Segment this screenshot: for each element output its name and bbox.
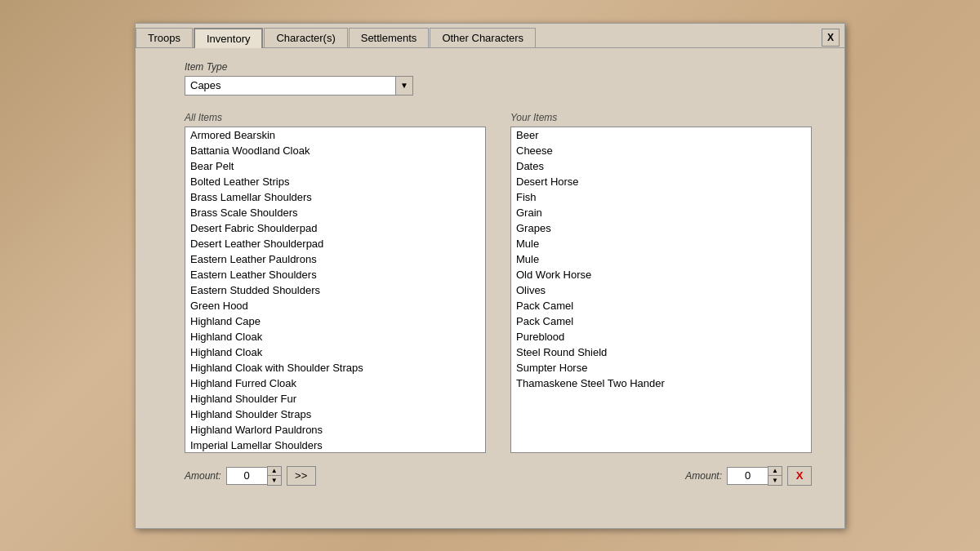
left-amount-down[interactable]: ▼ xyxy=(268,476,281,485)
tab-bar: Troops Inventory Character(s) Settlement… xyxy=(136,24,844,48)
list-item[interactable]: Eastern Leather Pauldrons xyxy=(185,251,485,267)
list-item[interactable]: Battania Woodland Cloak xyxy=(185,143,485,158)
remove-button[interactable]: X xyxy=(787,466,812,486)
list-item[interactable]: Grain xyxy=(511,205,811,220)
list-item[interactable]: Fish xyxy=(511,189,811,205)
item-type-dropdown-wrapper: Capes Armor Weapons Helmets Boots Gloves… xyxy=(185,76,413,96)
item-type-label: Item Type xyxy=(185,61,812,73)
tab-characters[interactable]: Character(s) xyxy=(264,28,347,47)
list-item[interactable]: Pureblood xyxy=(511,329,811,344)
tab-inventory[interactable]: Inventory xyxy=(194,28,263,48)
list-item[interactable]: Highland Cloak xyxy=(185,329,485,344)
list-item[interactable]: Sumpter Horse xyxy=(511,360,811,375)
list-item[interactable]: Highland Shoulder Straps xyxy=(185,407,485,422)
list-item[interactable]: Steel Round Shield xyxy=(511,344,811,360)
list-item[interactable]: Mule xyxy=(511,251,811,267)
lists-container: All Items Armored BearskinBattania Woodl… xyxy=(185,112,812,453)
item-type-row: Capes Armor Weapons Helmets Boots Gloves… xyxy=(185,76,812,96)
list-item[interactable]: Highland Shoulder Fur xyxy=(185,391,485,407)
close-button[interactable]: X xyxy=(822,29,840,47)
list-item[interactable]: Highland Warlord Pauldrons xyxy=(185,422,485,438)
list-item[interactable]: Dates xyxy=(511,158,811,174)
all-items-label: All Items xyxy=(185,112,486,123)
list-item[interactable]: Desert Fabric Shoulderpad xyxy=(185,220,485,236)
list-item[interactable]: Eastern Studded Shoulders xyxy=(185,282,485,298)
all-items-section: All Items Armored BearskinBattania Woodl… xyxy=(185,112,486,453)
left-amount-label: Amount: xyxy=(185,470,221,482)
list-item[interactable]: Highland Cloak xyxy=(185,344,485,360)
list-item[interactable]: Cheese xyxy=(511,143,811,158)
main-window: Troops Inventory Character(s) Settlement… xyxy=(135,23,845,529)
list-item[interactable]: Thamaskene Steel Two Hander xyxy=(511,375,811,391)
list-item[interactable]: Brass Lamellar Shoulders xyxy=(185,189,485,205)
left-amount-spinners: ▲ ▼ xyxy=(267,466,282,486)
list-item[interactable]: Imperial Lamellar Shoulders xyxy=(185,438,485,453)
right-controls: Amount: ▲ ▼ X xyxy=(685,466,812,486)
your-items-list[interactable]: BeerCheeseDatesDesert HorseFishGrainGrap… xyxy=(510,127,812,453)
list-item[interactable]: Mule xyxy=(511,236,811,251)
list-item[interactable]: Desert Horse xyxy=(511,174,811,189)
list-item[interactable]: Eastern Leather Shoulders xyxy=(185,267,485,282)
list-item[interactable]: Old Work Horse xyxy=(511,267,811,282)
right-amount-label: Amount: xyxy=(685,470,722,482)
tab-other-characters[interactable]: Other Characters xyxy=(430,28,536,47)
list-item[interactable]: Olives xyxy=(511,282,811,298)
list-item[interactable]: Grapes xyxy=(511,220,811,236)
right-amount-spinners: ▲ ▼ xyxy=(768,466,782,486)
tab-settlements[interactable]: Settlements xyxy=(349,28,430,47)
all-items-list[interactable]: Armored BearskinBattania Woodland CloakB… xyxy=(185,127,486,453)
your-items-label: Your Items xyxy=(510,112,812,123)
left-amount-input-wrapper: ▲ ▼ xyxy=(226,466,282,486)
list-item[interactable]: Bolted Leather Strips xyxy=(185,174,485,189)
list-item[interactable]: Pack Camel xyxy=(511,313,811,329)
right-amount-input[interactable] xyxy=(727,467,768,485)
right-amount-up[interactable]: ▲ xyxy=(768,467,782,476)
list-item[interactable]: Highland Furred Cloak xyxy=(185,375,485,391)
list-item[interactable]: Armored Bearskin xyxy=(185,127,485,143)
list-item[interactable]: Brass Scale Shoulders xyxy=(185,205,485,220)
tab-troops[interactable]: Troops xyxy=(136,28,193,47)
list-item[interactable]: Bear Pelt xyxy=(185,158,485,174)
left-amount-up[interactable]: ▲ xyxy=(268,467,281,476)
your-items-section: Your Items BeerCheeseDatesDesert HorseFi… xyxy=(510,112,812,453)
item-type-dropdown[interactable]: Capes Armor Weapons Helmets Boots Gloves… xyxy=(185,76,413,96)
right-amount-down[interactable]: ▼ xyxy=(768,476,782,485)
list-item[interactable]: Desert Leather Shoulderpad xyxy=(185,236,485,251)
bottom-controls: Amount: ▲ ▼ >> Amount: ▲ ▼ xyxy=(185,466,812,486)
left-amount-input[interactable] xyxy=(226,467,267,485)
transfer-button[interactable]: >> xyxy=(287,466,316,486)
left-amount-group: Amount: ▲ ▼ >> xyxy=(185,466,316,486)
list-item[interactable]: Highland Cloak with Shoulder Straps xyxy=(185,360,485,375)
content-area: Item Type Capes Armor Weapons Helmets Bo… xyxy=(136,48,844,502)
list-item[interactable]: Beer xyxy=(511,127,811,143)
list-item[interactable]: Pack Camel xyxy=(511,298,811,313)
list-item[interactable]: Highland Cape xyxy=(185,313,485,329)
right-amount-input-wrapper: ▲ ▼ xyxy=(727,466,782,486)
list-item[interactable]: Green Hood xyxy=(185,298,485,313)
